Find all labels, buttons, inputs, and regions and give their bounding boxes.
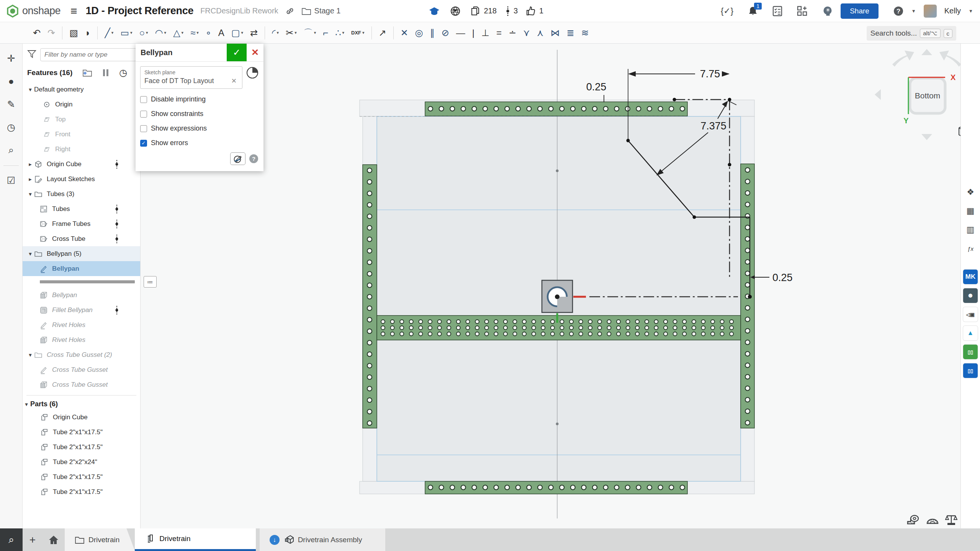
help-caret-icon[interactable]: ▼ [911,8,916,14]
right-tube[interactable] [741,164,754,428]
dimension-offset-top-value[interactable]: 0.25 [586,81,607,93]
feature-row-tubes-3[interactable]: ▾Tubes (3) [23,186,140,201]
robot-builder-app-icon[interactable]: ☻ [963,288,978,303]
pierce-constraint-icon[interactable]: ⋏ [534,27,547,39]
coincident-constraint-icon[interactable]: ✕ [398,27,411,39]
tasks-checklist-icon[interactable] [772,6,782,16]
offset-tool-caret-icon[interactable]: ▾ [314,30,316,35]
feature-row-frame-tubes[interactable]: Frame Tubes [23,216,140,231]
fix-constraint-icon[interactable]: ≣ [563,27,577,39]
import-dxf-icon[interactable]: DXF▾ [348,29,368,37]
history-clock-icon[interactable]: ◷ [119,67,127,78]
circle-tool-caret-icon[interactable]: ▾ [146,30,148,35]
text-tool-icon[interactable]: A [215,27,227,39]
bottom-tube[interactable] [425,481,687,494]
chevron-right-icon[interactable]: ▸ [26,176,34,183]
circle-tool-icon[interactable]: ○▾ [136,27,151,39]
chevron-down-icon[interactable]: ▾ [26,250,34,257]
onshape-logo[interactable]: onshape [0,5,61,18]
tab-assembly-drivetrain[interactable]: ↓ Drivetrain Assembly [260,528,385,551]
pattern-tool-caret-icon[interactable]: ▾ [342,30,345,35]
feature-row-cross-tube-gusset-2[interactable]: ▾Cross Tube Gusset (2) [23,347,140,362]
fillet-tool-caret-icon[interactable]: ▾ [277,30,279,35]
suppress-state-icon[interactable] [115,234,119,244]
avatar[interactable] [924,5,937,18]
middle-cross-tube[interactable] [377,316,741,340]
slot-tool-caret-icon[interactable]: ▾ [241,30,244,35]
chevron-down-icon[interactable]: ▾ [26,352,34,358]
main-menu-icon[interactable]: ≡ [70,5,77,18]
share-button[interactable]: Share [841,3,879,19]
disable-imprinting-checkbox[interactable] [140,96,147,103]
notifications-bell-icon[interactable]: 1 [748,6,758,16]
search-tools-input[interactable]: Search tools... alt/⌥c [867,26,956,41]
left-tube[interactable] [363,165,377,428]
sketch-plane-value[interactable]: Face of DT Top Layout [144,77,230,85]
feature-row-top[interactable]: Top [23,112,140,127]
view-cube-face-label[interactable]: Bottom [915,91,941,100]
app-store-grid-icon[interactable] [797,6,808,16]
show-expressions-checkbox[interactable] [140,125,147,132]
use-project-tool-icon[interactable]: ⌐ [320,27,331,39]
feature-table-icon[interactable]: ▥ [962,221,979,238]
dialog-help-icon[interactable]: ? [249,154,258,163]
protractor-icon[interactable] [926,515,939,526]
concentric-constraint-icon[interactable]: ◎ [412,27,426,39]
copies-icon[interactable] [471,6,480,16]
show-errors-checkbox[interactable]: ✓ [140,140,147,147]
normal-constraint-icon[interactable]: ≋ [578,27,592,39]
option-show-expressions[interactable]: Show expressions [140,124,259,132]
point-tool-icon[interactable]: ∘ [203,27,214,39]
option-show-constraints[interactable]: Show constraints [140,110,259,118]
performance-timer-icon[interactable]: ◷ [3,118,19,136]
tab-search-icon[interactable]: ⌕ [0,528,23,551]
clear-selection-icon[interactable]: ✕ [230,77,238,85]
tangent-constraint-icon[interactable]: ⊘ [438,27,452,39]
line-tool-caret-icon[interactable]: ▾ [111,30,114,35]
vertical-constraint-icon[interactable]: | [469,27,478,39]
feature-row-tubes[interactable]: Tubes [23,201,140,216]
suspend-icon[interactable] [102,69,109,77]
appearance-panel-icon[interactable]: ❖ [962,184,979,201]
top-tube[interactable] [425,102,687,116]
corner-rectangle-tool-caret-icon[interactable]: ▾ [130,30,133,35]
arc-tool-caret-icon[interactable]: ▾ [164,30,167,35]
learning-center-icon[interactable] [429,7,440,16]
feature-row-front[interactable]: Front [23,127,140,142]
parts-chevron-icon[interactable]: ▾ [23,401,30,408]
featurescript-check-icon[interactable]: {✓} [721,6,733,16]
part-row-tube-2-x1-x17-5[interactable]: Tube 2"x1"x17.5" [23,440,140,455]
feature-row-right[interactable]: Right [23,142,140,157]
aframe-app-icon[interactable]: ▲ [963,326,978,340]
trim-tool-icon[interactable]: ✂▾ [283,27,300,39]
line-tool-icon[interactable]: ╱▾ [101,27,116,39]
feature-row-bellypan-5[interactable]: ▾Bellypan (5) [23,246,140,261]
user-name[interactable]: Kelly [944,7,961,15]
polygon-tool-caret-icon[interactable]: ▾ [182,30,184,35]
public-globe-icon[interactable] [450,6,460,16]
help-icon[interactable]: ? [893,6,904,16]
chevron-down-icon[interactable]: ▾ [26,86,34,93]
new-folder-icon[interactable] [82,69,92,77]
horizontal-constraint-icon[interactable]: — [453,27,468,39]
insert-feature-icon[interactable]: ✛ [3,49,19,67]
tab-breadcrumb-drivetrain[interactable]: Drivetrain [65,528,135,551]
blue-library-app-icon[interactable]: ▯▯ [963,363,978,378]
feature-row-default-geometry[interactable]: ▾Default geometry [23,82,140,97]
dialog-cancel-button[interactable]: ✕ [247,44,263,61]
offset-tool-icon[interactable]: ⌒▾ [301,27,319,39]
ai-advisor-icon[interactable] [822,6,833,16]
sketch-plane-field[interactable]: Sketch plane Face of DT Top Layout ✕ [140,66,242,89]
feature-row-cross-tube[interactable]: Cross Tube [23,231,140,246]
suppress-state-icon[interactable] [115,159,119,169]
mkcad-app-icon[interactable]: MK [963,270,978,284]
show-constraints-checkbox[interactable] [140,111,147,118]
mirror-tool-icon[interactable]: ⇄ [247,27,261,39]
new-tab-button[interactable]: + [23,528,43,551]
checklist-panel-icon[interactable]: ☑ [3,171,19,190]
graphics-canvas[interactable]: 7.75 7.375 0.25 [141,44,960,528]
part-row-tube-2-x1-x17-5[interactable]: Tube 2"x1"x17.5" [23,484,140,499]
perpendicular-constraint-icon[interactable]: ⊥ [478,27,492,39]
feature-row-rivet-holes[interactable]: Rivet Holes [23,317,140,332]
option-disable-imprinting[interactable]: Disable imprinting [140,95,259,103]
